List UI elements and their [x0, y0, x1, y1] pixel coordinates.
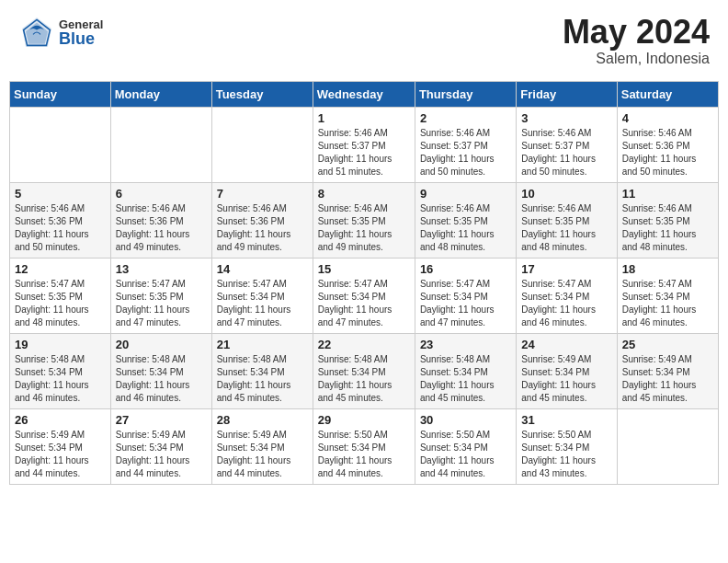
calendar-cell: 22Sunrise: 5:48 AM Sunset: 5:34 PM Dayli…	[313, 333, 415, 408]
calendar-cell: 13Sunrise: 5:47 AM Sunset: 5:35 PM Dayli…	[110, 258, 211, 333]
day-number: 16	[420, 262, 511, 276]
day-number: 15	[318, 262, 410, 276]
day-of-week-header: Friday	[517, 81, 617, 107]
day-info: Sunrise: 5:49 AM Sunset: 5:34 PM Dayligh…	[15, 429, 106, 480]
day-info: Sunrise: 5:49 AM Sunset: 5:34 PM Dayligh…	[116, 429, 207, 480]
calendar-cell	[211, 107, 313, 182]
calendar-cell: 17Sunrise: 5:47 AM Sunset: 5:34 PM Dayli…	[517, 258, 617, 333]
day-number: 13	[116, 262, 207, 276]
calendar-cell: 18Sunrise: 5:47 AM Sunset: 5:34 PM Dayli…	[617, 258, 718, 333]
calendar-cell: 4Sunrise: 5:46 AM Sunset: 5:36 PM Daylig…	[617, 107, 718, 182]
day-info: Sunrise: 5:46 AM Sunset: 5:35 PM Dayligh…	[521, 202, 611, 254]
day-number: 21	[217, 338, 308, 351]
calendar-week-row: 1Sunrise: 5:46 AM Sunset: 5:37 PM Daylig…	[10, 107, 719, 182]
day-number: 24	[521, 338, 611, 351]
day-info: Sunrise: 5:47 AM Sunset: 5:34 PM Dayligh…	[622, 278, 713, 329]
day-number: 9	[420, 187, 511, 201]
calendar-cell: 5Sunrise: 5:46 AM Sunset: 5:36 PM Daylig…	[10, 182, 111, 258]
day-number: 20	[116, 338, 207, 351]
calendar-week-row: 26Sunrise: 5:49 AM Sunset: 5:34 PM Dayli…	[10, 408, 719, 484]
day-number: 12	[15, 262, 106, 276]
day-info: Sunrise: 5:47 AM Sunset: 5:35 PM Dayligh…	[116, 278, 207, 329]
calendar-cell: 3Sunrise: 5:46 AM Sunset: 5:37 PM Daylig…	[517, 107, 617, 182]
day-info: Sunrise: 5:46 AM Sunset: 5:37 PM Dayligh…	[521, 127, 611, 178]
day-number: 22	[318, 338, 410, 351]
day-of-week-header: Wednesday	[313, 81, 415, 107]
calendar-cell: 14Sunrise: 5:47 AM Sunset: 5:34 PM Dayli…	[211, 258, 313, 333]
day-number: 26	[15, 413, 106, 427]
calendar-cell: 24Sunrise: 5:49 AM Sunset: 5:34 PM Dayli…	[517, 333, 617, 408]
day-info: Sunrise: 5:46 AM Sunset: 5:36 PM Dayligh…	[116, 202, 207, 254]
day-number: 29	[318, 413, 410, 427]
day-info: Sunrise: 5:48 AM Sunset: 5:34 PM Dayligh…	[420, 353, 511, 405]
calendar-cell: 10Sunrise: 5:46 AM Sunset: 5:35 PM Dayli…	[517, 182, 617, 258]
calendar-cell: 31Sunrise: 5:50 AM Sunset: 5:34 PM Dayli…	[517, 408, 617, 484]
day-number: 10	[521, 187, 611, 201]
day-info: Sunrise: 5:50 AM Sunset: 5:34 PM Dayligh…	[318, 429, 410, 480]
day-info: Sunrise: 5:46 AM Sunset: 5:35 PM Dayligh…	[318, 202, 410, 254]
calendar-cell: 25Sunrise: 5:49 AM Sunset: 5:34 PM Dayli…	[617, 333, 718, 408]
day-info: Sunrise: 5:48 AM Sunset: 5:34 PM Dayligh…	[116, 353, 207, 405]
calendar-cell: 27Sunrise: 5:49 AM Sunset: 5:34 PM Dayli…	[110, 408, 211, 484]
calendar-week-row: 5Sunrise: 5:46 AM Sunset: 5:36 PM Daylig…	[10, 182, 719, 258]
day-info: Sunrise: 5:47 AM Sunset: 5:34 PM Dayligh…	[420, 278, 511, 329]
calendar-cell: 28Sunrise: 5:49 AM Sunset: 5:34 PM Dayli…	[211, 408, 313, 484]
logo: General Blue	[18, 14, 103, 51]
day-info: Sunrise: 5:46 AM Sunset: 5:36 PM Dayligh…	[15, 202, 106, 254]
day-number: 4	[622, 111, 713, 125]
calendar-cell: 20Sunrise: 5:48 AM Sunset: 5:34 PM Dayli…	[110, 333, 211, 408]
day-number: 31	[521, 413, 611, 427]
day-number: 17	[521, 262, 611, 276]
day-info: Sunrise: 5:46 AM Sunset: 5:35 PM Dayligh…	[420, 202, 511, 254]
calendar-week-row: 12Sunrise: 5:47 AM Sunset: 5:35 PM Dayli…	[10, 258, 719, 333]
day-number: 25	[622, 338, 713, 351]
calendar-header-row: SundayMondayTuesdayWednesdayThursdayFrid…	[10, 81, 719, 107]
calendar-cell: 6Sunrise: 5:46 AM Sunset: 5:36 PM Daylig…	[110, 182, 211, 258]
day-info: Sunrise: 5:46 AM Sunset: 5:35 PM Dayligh…	[622, 202, 713, 254]
day-number: 19	[15, 338, 106, 351]
day-info: Sunrise: 5:48 AM Sunset: 5:34 PM Dayligh…	[15, 353, 106, 405]
calendar-cell: 11Sunrise: 5:46 AM Sunset: 5:35 PM Dayli…	[617, 182, 718, 258]
calendar-cell: 29Sunrise: 5:50 AM Sunset: 5:34 PM Dayli…	[313, 408, 415, 484]
day-info: Sunrise: 5:47 AM Sunset: 5:34 PM Dayligh…	[521, 278, 611, 329]
header: General Blue May 2024 Salem, Indonesia	[9, 9, 719, 72]
day-info: Sunrise: 5:48 AM Sunset: 5:34 PM Dayligh…	[217, 353, 308, 405]
calendar-week-row: 19Sunrise: 5:48 AM Sunset: 5:34 PM Dayli…	[10, 333, 719, 408]
calendar-cell	[10, 107, 111, 182]
calendar-cell: 26Sunrise: 5:49 AM Sunset: 5:34 PM Dayli…	[10, 408, 111, 484]
day-number: 6	[116, 187, 207, 201]
day-of-week-header: Tuesday	[211, 81, 313, 107]
day-of-week-header: Monday	[110, 81, 211, 107]
day-of-week-header: Thursday	[415, 81, 516, 107]
day-info: Sunrise: 5:50 AM Sunset: 5:34 PM Dayligh…	[521, 429, 611, 480]
calendar-cell: 2Sunrise: 5:46 AM Sunset: 5:37 PM Daylig…	[415, 107, 516, 182]
day-info: Sunrise: 5:47 AM Sunset: 5:35 PM Dayligh…	[15, 278, 106, 329]
day-number: 14	[217, 262, 308, 276]
day-number: 7	[217, 187, 308, 201]
title-area: May 2024 Salem, Indonesia	[563, 14, 710, 67]
calendar-table: SundayMondayTuesdayWednesdayThursdayFrid…	[9, 81, 719, 485]
day-number: 11	[622, 187, 713, 201]
calendar-cell: 8Sunrise: 5:46 AM Sunset: 5:35 PM Daylig…	[313, 182, 415, 258]
logo-icon	[18, 14, 55, 51]
day-of-week-header: Sunday	[10, 81, 111, 107]
day-number: 23	[420, 338, 511, 351]
day-number: 28	[217, 413, 308, 427]
location-title: Salem, Indonesia	[563, 51, 710, 67]
day-number: 5	[15, 187, 106, 201]
day-number: 30	[420, 413, 511, 427]
day-info: Sunrise: 5:49 AM Sunset: 5:34 PM Dayligh…	[217, 429, 308, 480]
calendar-cell: 16Sunrise: 5:47 AM Sunset: 5:34 PM Dayli…	[415, 258, 516, 333]
day-number: 18	[622, 262, 713, 276]
logo-general-text: General	[59, 18, 103, 30]
calendar-cell	[110, 107, 211, 182]
calendar-cell	[617, 408, 718, 484]
day-number: 27	[116, 413, 207, 427]
calendar-cell: 19Sunrise: 5:48 AM Sunset: 5:34 PM Dayli…	[10, 333, 111, 408]
calendar-cell: 1Sunrise: 5:46 AM Sunset: 5:37 PM Daylig…	[313, 107, 415, 182]
day-info: Sunrise: 5:46 AM Sunset: 5:37 PM Dayligh…	[318, 127, 410, 178]
day-of-week-header: Saturday	[617, 81, 718, 107]
day-number: 1	[318, 111, 410, 125]
calendar-cell: 23Sunrise: 5:48 AM Sunset: 5:34 PM Dayli…	[415, 333, 516, 408]
day-info: Sunrise: 5:49 AM Sunset: 5:34 PM Dayligh…	[622, 353, 713, 405]
